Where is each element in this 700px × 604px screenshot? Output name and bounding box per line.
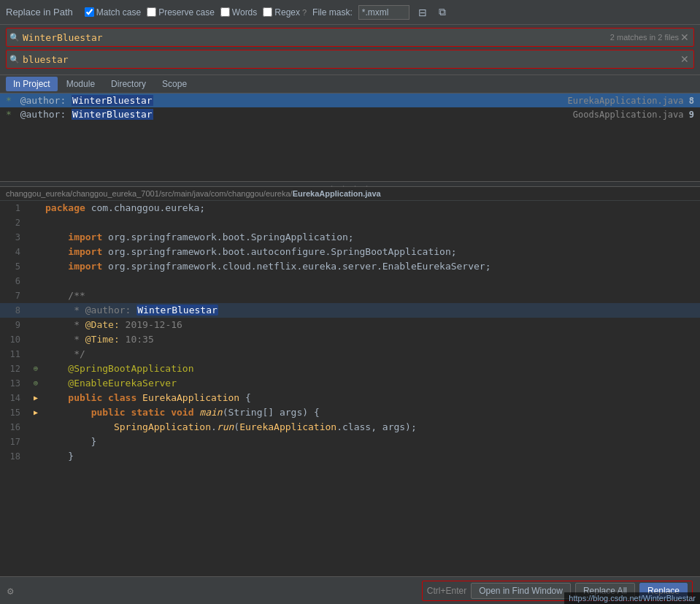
filter-icon-btn[interactable]: ⊟ [415,5,430,20]
search-area: 🔍 2 matches in 2 files ✕ 🔍 ✕ [0,25,700,75]
divider: . . . . [0,181,700,187]
line-number: 8 [0,303,29,318]
code-content: import org.springframework.cloud.netflix… [42,259,700,274]
find-icon: 🔍 [9,33,20,42]
words-checkbox[interactable]: Words [220,7,257,18]
code-line: 11 */ [0,347,700,362]
code-content [42,215,700,230]
result-row[interactable]: * @author: WinterBluestar EurekaApplicat… [0,93,700,107]
preserve-case-checkbox[interactable]: Preserve case [147,7,215,18]
preserve-case-input[interactable] [147,7,156,17]
line-gutter-icon[interactable]: ⊕ [29,376,42,391]
result-asterisk: * [6,109,12,120]
result-highlight: WinterBluestar [72,95,153,106]
code-line-highlighted: 8 * @author: WinterBluestar [0,303,700,318]
code-content: import org.springframework.boot.autoconf… [42,245,700,259]
result-filename: GoodsApplication.java 9 [573,110,694,120]
code-line: 13 ⊕ @EnableEurekaServer [0,376,700,391]
preserve-case-label: Preserve case [158,7,215,18]
file-path-bold: EurekaApplication.java [293,189,381,198]
url-bar: https://blog.csdn.net/WinterBluestar [564,592,700,604]
toolbar-title: Replace in Path [6,7,73,18]
code-content: @EnableEurekaServer [42,376,700,391]
line-number: 7 [0,288,29,303]
toolbar: Replace in Path Match case Preserve case… [0,0,700,25]
line-gutter-arrow[interactable]: ▶ [29,405,42,420]
code-content: public static void main(String[] args) { [42,405,700,420]
code-line: 12 ⊕ @SpringBootApplication [0,362,700,376]
file-path: changgou_eureka/changgou_eureka_7001/src… [0,187,700,201]
gutter-arrow-icon[interactable]: ▶ [34,391,38,405]
code-content: @SpringBootApplication [42,362,700,376]
code-content: public class EurekaApplication { [42,391,700,405]
code-content: SpringApplication.run(EurekaApplication.… [42,420,700,435]
words-input[interactable] [220,7,230,17]
code-line: 4 import org.springframework.boot.autoco… [0,245,700,259]
code-line: 16 SpringApplication.run(EurekaApplicati… [0,420,700,435]
regex-input[interactable] [263,7,272,17]
result-left: * @author: WinterBluestar [6,109,153,120]
gutter-icon[interactable]: ⊕ [34,376,39,391]
regex-label: Regex [274,7,300,18]
replace-clear-btn[interactable]: ✕ [679,53,691,65]
result-text: @author: WinterBluestar [15,95,153,106]
match-case-label: Match case [96,7,141,18]
gutter-icon[interactable]: ⊕ [34,362,39,376]
words-label: Words [232,7,257,18]
line-number: 17 [0,435,29,449]
line-number: 15 [0,405,29,420]
result-row[interactable]: * @author: WinterBluestar GoodsApplicati… [0,107,700,121]
code-line: 17 } [0,435,700,449]
open-find-window-button[interactable]: Open in Find Window [471,583,571,599]
match-case-checkbox[interactable]: Match case [85,7,141,18]
shortcut-hint: Ctrl+Enter [427,586,466,596]
code-line: 14 ▶ public class EurekaApplication { [0,391,700,405]
result-asterisk: * [6,95,12,106]
line-gutter-icon[interactable]: ⊕ [29,362,42,376]
match-count: 2 matches in 2 files [610,33,679,42]
code-area[interactable]: 1 package com.changgou.eureka; 2 3 impor… [0,201,700,550]
file-mask-input[interactable] [358,5,409,20]
match-case-input[interactable] [85,7,94,17]
expand-icon-btn[interactable]: ⧉ [436,4,449,20]
find-clear-btn[interactable]: ✕ [679,31,691,43]
code-content: * @Date: 2019-12-16 [42,318,700,332]
gutter-arrow-icon[interactable]: ▶ [34,405,38,420]
line-number: 14 [0,391,29,405]
line-number: 13 [0,376,29,391]
file-mask-label: File mask: [312,7,353,18]
tab-directory[interactable]: Directory [104,77,153,91]
regex-help-icon: ? [302,8,307,17]
find-row: 🔍 2 matches in 2 files ✕ [6,28,694,47]
regex-checkbox[interactable]: Regex ? [263,7,307,18]
line-gutter-arrow[interactable]: ▶ [29,391,42,405]
code-content: package com.changgou.eureka; [42,201,700,215]
code-content: */ [42,347,700,362]
result-filename: EurekaApplication.java 8 [568,96,694,106]
code-content: import org.springframework.boot.SpringAp… [42,230,700,245]
line-number: 1 [0,201,29,215]
replace-input[interactable] [23,51,679,67]
code-content: * @author: WinterBluestar [42,303,700,318]
replace-row: 🔍 ✕ [6,50,694,69]
url-text: https://blog.csdn.net/WinterBluestar [569,594,696,603]
code-line: 15 ▶ public static void main(String[] ar… [0,405,700,420]
result-text: @author: WinterBluestar [15,109,153,120]
result-highlight: WinterBluestar [72,109,153,120]
tab-module[interactable]: Module [59,77,102,91]
code-line: 5 import org.springframework.cloud.netfl… [0,259,700,274]
file-path-text: changgou_eureka/changgou_eureka_7001/src… [6,189,381,198]
find-input[interactable] [23,29,607,45]
code-line: 18 } [0,449,700,464]
line-number: 6 [0,274,29,288]
line-number: 3 [0,230,29,245]
line-number: 10 [0,332,29,347]
code-line: 3 import org.springframework.boot.Spring… [0,230,700,245]
settings-icon[interactable]: ⚙ [7,585,13,597]
code-line: 9 * @Date: 2019-12-16 [0,318,700,332]
tab-scope[interactable]: Scope [155,77,194,91]
code-line: 2 [0,215,700,230]
code-content: } [42,449,700,464]
replace-icon: 🔍 [9,55,20,64]
tab-in-project[interactable]: In Project [6,77,58,91]
